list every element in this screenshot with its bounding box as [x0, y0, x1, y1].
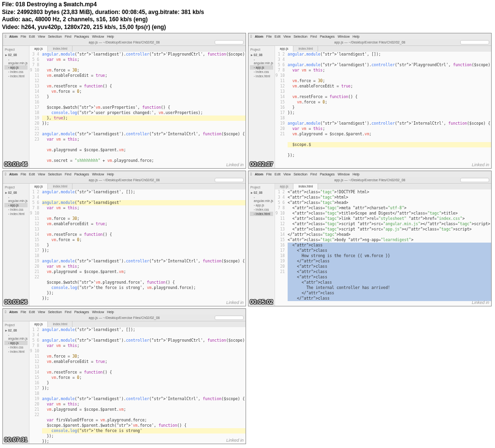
code-content[interactable]: angular.module("str">'learndigest', []);…: [288, 52, 492, 168]
menubar-item[interactable]: Selection: [293, 35, 307, 38]
menubar-item[interactable]: View: [283, 35, 291, 38]
macos-menubar: AtomFileEditViewSelectionFindPackagesWi…: [248, 33, 491, 39]
menubar-item[interactable]: File: [266, 35, 272, 38]
sidebar-root[interactable]: ▸ 02_08: [4, 190, 28, 195]
sidebar-file[interactable]: ▫ index.css: [250, 70, 273, 74]
editor-tab[interactable]: index.html: [293, 184, 318, 189]
menubar-item[interactable]: Window: [337, 35, 349, 38]
menubar-item[interactable]: Help: [107, 35, 114, 38]
menubar-item[interactable]: Atom: [9, 310, 18, 314]
editor-tab[interactable]: app.js: [275, 46, 293, 52]
sidebar-file[interactable]: ▫ index.css: [4, 207, 28, 212]
sidebar-file[interactable]: ▫ index.html: [250, 74, 273, 78]
menubar-item[interactable]: Selection: [48, 173, 62, 176]
sidebar-file[interactable]: ▫ angular.min.js: [4, 333, 28, 341]
menubar-item[interactable]: Packages: [320, 35, 335, 38]
menubar-item[interactable]: View: [38, 35, 45, 38]
menubar-item[interactable]: Atom: [255, 173, 263, 176]
sidebar-file[interactable]: ▫ app.js: [4, 203, 28, 207]
editor-tab[interactable]: app.js: [29, 321, 48, 327]
code-editor[interactable]: 1 2 3 4 5 6 7 8 9 10 11 12 13 14 15 16 1…: [29, 189, 246, 306]
menubar-item[interactable]: Selection: [48, 310, 62, 314]
menubar-item[interactable]: Packages: [320, 173, 335, 176]
menubar-item[interactable]: Window: [92, 173, 104, 176]
menubar-item[interactable]: Edit: [29, 173, 35, 176]
menubar-item[interactable]: Edit: [29, 35, 35, 38]
menubar-item[interactable]: Edit: [275, 173, 280, 176]
menubar-item[interactable]: Window: [92, 35, 104, 38]
sidebar-root[interactable]: ▸ 02_08: [4, 328, 28, 333]
sidebar-file[interactable]: ▫ index.html: [4, 212, 28, 216]
sidebar-file[interactable]: ▫ angular.min.js: [250, 195, 273, 203]
code-content[interactable]: <"attr">class="tagc">!DOCTYPE html> <"at…: [288, 189, 492, 306]
editor-pane: app.jsindex.html1 2 3 4 5 6 7 8 9 10 11 …: [29, 184, 246, 306]
search-input[interactable]: [460, 178, 489, 182]
menubar-item[interactable]: Find: [310, 35, 317, 38]
menubar-item[interactable]: File: [21, 310, 26, 314]
menubar-item[interactable]: Atom: [9, 35, 18, 38]
menubar-item[interactable]: Find: [310, 173, 317, 176]
editor-tab[interactable]: app.js: [275, 184, 293, 189]
search-input[interactable]: [215, 40, 244, 44]
sidebar-file[interactable]: ▫ index.css: [4, 70, 28, 74]
sidebar-root[interactable]: ▸ 02_08: [4, 53, 28, 58]
sidebar-file[interactable]: ▫ index.css: [4, 345, 28, 349]
code-content[interactable]: angular.module("str">'learndigest').cont…: [42, 52, 246, 168]
sidebar-file[interactable]: ▫ index.html: [250, 212, 273, 216]
menubar-item[interactable]: Help: [352, 173, 359, 176]
search-input[interactable]: [215, 316, 244, 320]
menubar-item[interactable]: File: [266, 173, 272, 176]
menubar-item[interactable]: Packages: [74, 173, 89, 176]
menubar-item[interactable]: Edit: [275, 35, 280, 38]
apple-logo-icon: : [5, 172, 6, 176]
sidebar-file[interactable]: ▫ app.js: [250, 203, 273, 207]
video-line: Video: h264, yuv420p, 1280x720, 215 kb/s…: [2, 24, 493, 31]
menubar-item[interactable]: View: [38, 310, 45, 314]
menubar-item[interactable]: Edit: [29, 310, 35, 314]
menubar-item[interactable]: Help: [352, 35, 359, 38]
menubar-item[interactable]: Find: [65, 173, 72, 176]
code-content[interactable]: angular.module("str">'learndigest', []);…: [42, 327, 246, 444]
menubar-item[interactable]: File: [21, 35, 26, 38]
editor-tab[interactable]: index.html: [48, 184, 73, 189]
code-editor[interactable]: 1 2 3 4 5 6 7 8 9 10 11 12 13 14 15 16 1…: [275, 189, 492, 306]
sidebar-root[interactable]: ▸ 02_08: [250, 190, 273, 195]
menubar-item[interactable]: Help: [107, 173, 114, 176]
sidebar-file[interactable]: ▫ app.js: [4, 341, 28, 345]
sidebar-file[interactable]: ▫ angular.min.js: [250, 58, 273, 65]
menubar-item[interactable]: Window: [92, 310, 104, 314]
editor-tab[interactable]: index.html: [48, 46, 73, 52]
editor-tab[interactable]: index.html: [293, 46, 318, 52]
sidebar-file[interactable]: ▫ app.js: [250, 65, 273, 70]
menubar-item[interactable]: Packages: [74, 310, 89, 314]
menubar-item[interactable]: File: [21, 173, 26, 176]
menubar-item[interactable]: Selection: [293, 173, 307, 176]
menubar-item[interactable]: Find: [65, 310, 72, 314]
sidebar-root[interactable]: ▸ 02_08: [250, 53, 273, 58]
code-editor[interactable]: 3 4 5 6 7 8 9 10 11 12 13 14 15 16 17 18…: [29, 52, 246, 168]
sidebar-file[interactable]: ▫ index.html: [4, 74, 28, 78]
sidebar-file[interactable]: ▫ index.html: [4, 349, 28, 354]
menubar-item[interactable]: Atom: [255, 35, 263, 38]
sidebar-file[interactable]: ▫ app.js: [4, 65, 28, 70]
menubar-item[interactable]: Selection: [48, 35, 62, 38]
sidebar-file[interactable]: ▫ angular.min.js: [4, 58, 28, 65]
menubar-item[interactable]: View: [38, 173, 45, 176]
macos-menubar: AtomFileEditViewSelectionFindPackagesWi…: [3, 33, 246, 39]
code-content[interactable]: angular.module("str">'learndigest', []);…: [42, 189, 246, 306]
code-editor[interactable]: 1 2 3 4 5 6 7 8 9 10 11 12 13 14 15 16 1…: [29, 327, 246, 444]
sidebar-file[interactable]: ▫ angular.min.js: [4, 195, 28, 203]
menubar-item[interactable]: Help: [107, 310, 114, 314]
menubar-item[interactable]: Window: [337, 173, 349, 176]
editor-tab[interactable]: app.js: [29, 184, 48, 189]
search-input[interactable]: [215, 178, 244, 182]
menubar-item[interactable]: Atom: [9, 173, 18, 176]
sidebar-file[interactable]: ▫ index.css: [250, 207, 273, 212]
menubar-item[interactable]: View: [283, 173, 291, 176]
menubar-item[interactable]: Packages: [74, 35, 89, 38]
editor-tab[interactable]: index.html: [48, 321, 73, 327]
editor-tab[interactable]: app.js: [29, 46, 48, 52]
code-editor[interactable]: 1 2 3 4 5 6 7 8 9 10 11 12 13 14 15 16 1…: [275, 52, 492, 168]
search-input[interactable]: [460, 40, 489, 44]
menubar-item[interactable]: Find: [65, 35, 72, 38]
